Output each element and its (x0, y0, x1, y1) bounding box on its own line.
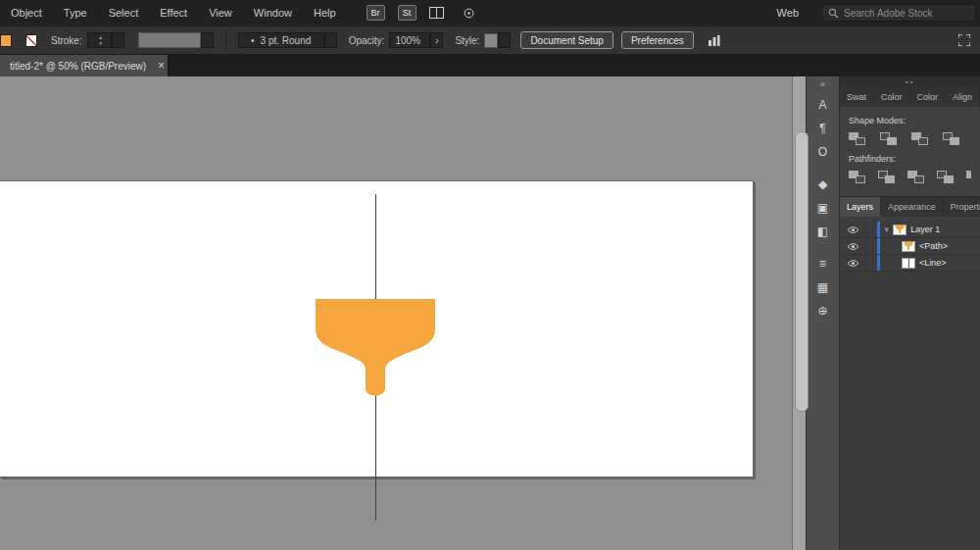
menu-object[interactable]: Object (0, 7, 53, 19)
shape-modes-row (849, 132, 971, 145)
trim-icon[interactable] (878, 171, 895, 183)
stroke-weight-dropdown[interactable] (112, 32, 124, 48)
touch-workspace-button[interactable] (463, 7, 475, 20)
tab-color[interactable]: Color (874, 87, 910, 107)
pathfinders-row (849, 171, 971, 183)
paragraph-styles-panel-icon[interactable]: ≡ (807, 252, 839, 275)
layers-tab-row: Layers Appearance Properti (840, 197, 980, 217)
align-options-button[interactable] (708, 35, 723, 46)
minus-front-icon[interactable] (880, 132, 897, 145)
bridge-button[interactable]: Br (367, 5, 385, 21)
close-icon[interactable]: × (158, 59, 165, 73)
tab-color-guide[interactable]: Color (910, 87, 947, 107)
outline-icon[interactable] (966, 171, 971, 183)
control-bar: Stroke: ▲▼ • 3 pt. Round Opacity: 100% ›… (0, 25, 980, 54)
visibility-cell[interactable] (840, 238, 866, 254)
visibility-cell[interactable] (840, 255, 866, 271)
menu-bar: Object Type Select Effect View Window He… (0, 0, 980, 25)
visibility-eye-icon (847, 259, 859, 268)
divide-icon[interactable] (849, 171, 865, 183)
document-tab-bar: titled-2* @ 50% (RGB/Preview) × (0, 54, 980, 76)
panel-dock: Swat Color Color Align Path Shape Modes:… (839, 76, 980, 550)
line-thumbnail[interactable] (902, 258, 915, 269)
funnel-path-art-object[interactable] (316, 299, 435, 403)
stroke-color-swatch[interactable] (25, 34, 37, 47)
workspace-label: Web (777, 7, 799, 19)
unite-icon[interactable] (849, 132, 865, 145)
menu-type[interactable]: Type (53, 7, 98, 19)
type-panel-icon[interactable]: A (807, 93, 839, 117)
touch-workspace-icon (463, 7, 475, 20)
menu-effect[interactable]: Effect (149, 7, 198, 19)
artboards-panel-icon[interactable]: ▦ (807, 275, 839, 299)
layers-panel-empty-area (840, 272, 980, 550)
arrange-documents-button[interactable] (429, 7, 447, 19)
opacity-options-chevron[interactable]: › (430, 32, 443, 48)
tab-layers[interactable]: Layers (840, 197, 881, 217)
tab-properties[interactable]: Properti (944, 197, 980, 217)
exclude-icon[interactable] (943, 132, 959, 145)
css-properties-panel-icon[interactable]: ⊕ (807, 299, 839, 323)
layer-row-line[interactable]: <Line> (840, 255, 980, 272)
merge-icon[interactable] (907, 171, 924, 183)
width-profile-chevron[interactable] (201, 32, 214, 48)
line-object-name[interactable]: <Line> (919, 258, 947, 268)
tab-appearance[interactable]: Appearance (881, 197, 944, 217)
document-setup-button[interactable]: Document Setup (520, 31, 613, 49)
menu-view[interactable]: View (198, 7, 243, 19)
layer-row-layer1[interactable]: Layer 1 (840, 222, 980, 238)
tab-swatches[interactable]: Swat (840, 87, 874, 107)
fill-color-swatch[interactable] (0, 34, 12, 47)
stroke-weight-stepper[interactable]: ▲▼ (87, 32, 112, 48)
workspace-switcher[interactable]: Web (777, 7, 804, 19)
artboard-panel-icon[interactable]: ▣ (807, 196, 839, 220)
stock-search-input[interactable] (844, 8, 969, 19)
layer-expand-chevron[interactable] (884, 225, 889, 233)
paragraph-panel-icon[interactable]: ¶ (807, 117, 839, 140)
menu-window[interactable]: Window (243, 7, 303, 19)
search-icon (828, 8, 839, 19)
menu-select[interactable]: Select (98, 7, 150, 19)
layer-row-path[interactable]: <Path> (840, 238, 980, 255)
menu-help[interactable]: Help (303, 7, 347, 19)
graphic-style-swatch[interactable] (484, 33, 498, 48)
brush-definition-dropdown[interactable]: • 3 pt. Round (238, 32, 324, 48)
tab-align[interactable]: Align (946, 87, 980, 107)
brush-bullet: • (251, 35, 255, 46)
visibility-cell[interactable] (840, 222, 866, 237)
canvas[interactable] (0, 76, 792, 550)
expand-panels-icon[interactable] (820, 79, 825, 93)
pathfinder-panel: Shape Modes: Pathfinders: (840, 107, 980, 195)
symbol-sprayer-panel-icon[interactable]: ◆ (807, 173, 839, 196)
layers-panel-group: Layers Appearance Properti (840, 196, 980, 550)
collapsed-panel-strip: A ¶ O ◆ ▣ ◧ ≡ ▦ ⊕ (806, 76, 839, 550)
document-tab[interactable]: titled-2* @ 50% (RGB/Preview) × (0, 55, 169, 76)
fullscreen-corners-icon[interactable] (958, 34, 970, 46)
align-options-icon (708, 35, 720, 46)
brush-chevron[interactable] (324, 32, 337, 48)
visibility-eye-icon (847, 225, 859, 234)
layer-thumbnail[interactable] (893, 225, 906, 235)
crop-icon[interactable] (937, 171, 954, 183)
vertical-scrollbar[interactable] (792, 76, 806, 550)
panel-drag-grip[interactable] (840, 76, 980, 87)
path-thumbnail[interactable] (902, 241, 915, 252)
opacity-label: Opacity: (349, 35, 385, 46)
stock-button[interactable]: St (398, 5, 416, 21)
layer-name[interactable]: Layer 1 (910, 225, 940, 234)
shape-modes-label: Shape Modes: (849, 116, 971, 125)
variable-width-profile-dropdown[interactable] (138, 32, 201, 48)
opentype-panel-icon[interactable]: O (807, 140, 839, 164)
path-object-name[interactable]: <Path> (919, 241, 948, 251)
preferences-button[interactable]: Preferences (621, 31, 694, 49)
pathfinders-label: Pathfinders: (849, 154, 971, 164)
style-chevron[interactable] (498, 32, 511, 48)
opacity-value-field[interactable]: 100% (389, 32, 430, 48)
gradient-panel-icon[interactable]: ◧ (807, 220, 839, 243)
divider (225, 30, 226, 50)
scrollbar-thumb[interactable] (795, 131, 808, 412)
main-workspace: A ¶ O ◆ ▣ ◧ ≡ ▦ ⊕ Swat Color Color Align… (0, 76, 980, 550)
intersect-icon[interactable] (911, 132, 928, 145)
stroke-label: Stroke: (51, 35, 82, 46)
layers-list: Layer 1 <Path> (840, 222, 980, 272)
